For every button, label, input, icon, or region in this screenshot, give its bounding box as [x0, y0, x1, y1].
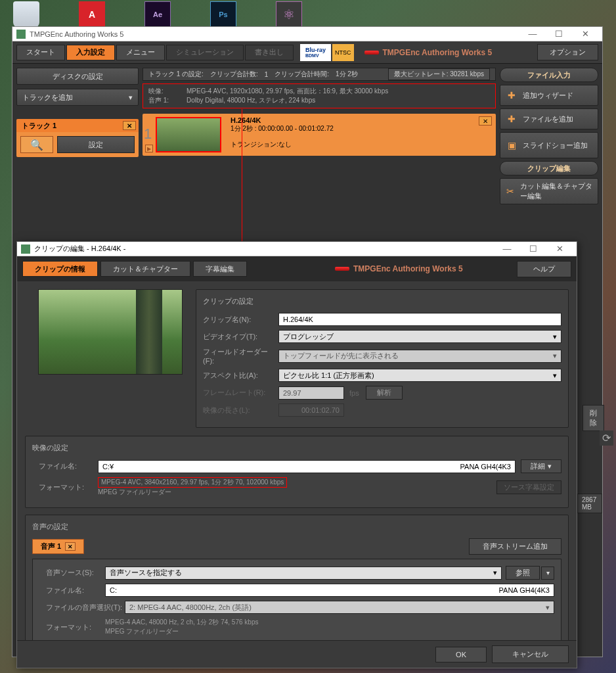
ok-button[interactable]: OK — [435, 647, 487, 662]
tab-subtitle[interactable]: 字幕編集 — [193, 261, 247, 277]
clip-edit-dialog: クリップの編集 - H.264/4K - — ☐ ✕ クリップの情報 カット＆チ… — [16, 241, 577, 668]
memory-indicator: 2867 MB — [577, 494, 602, 513]
frame-rate-field: 29.97 — [278, 386, 344, 400]
audio-stream-select: 2: MPEG-4 AAC, 48000Hz, 2ch (英語)▾ — [125, 601, 554, 614]
clip-item[interactable]: 1 ▶ H.264/4K 1分 2秒 : 00:00:00.00 - 00:01… — [143, 114, 496, 156]
clip-edit-header: クリップ編集 — [500, 161, 598, 175]
dialog-title-bar: クリップの編集 - H.264/4K - — ☐ ✕ — [17, 242, 577, 256]
delete-button[interactable]: 削除 — [583, 405, 604, 431]
track-search-button[interactable]: 🔍 — [20, 136, 53, 153]
analyze-button[interactable]: 解析 — [366, 386, 403, 400]
chevron-down-icon: ▾ — [553, 333, 557, 341]
photoshop-icon[interactable]: Ps — [210, 1, 236, 28]
play-button[interactable]: ▶ — [145, 145, 153, 152]
refresh-icon[interactable]: ⟳ — [600, 430, 613, 446]
scissors-icon: ✂ — [506, 186, 515, 197]
after-effects-icon[interactable]: Ae — [144, 1, 171, 28]
nav-simulation: シミュレーション — [166, 45, 244, 60]
audio-tab-close[interactable]: ✕ — [65, 542, 76, 551]
track-close-button[interactable]: ✕ — [123, 121, 136, 130]
desktop-icons: A Ae Ps ⚛ — [13, 1, 302, 28]
video-settings-group: 映像の設定 ファイル名: C:¥PANA GH4(4K3 詳細▾ フォーマット:… — [25, 436, 569, 508]
field-order-select: トップフィールドが先に表示される▾ — [278, 350, 561, 363]
tab-cut-chapter[interactable]: カット＆チャプター — [100, 261, 190, 277]
video-format-highlight: MPEG-4 AVC, 3840x2160, 29.97 fps, 1分 2秒 … — [98, 477, 287, 488]
add-wizard-button[interactable]: ✚追加ウィザード — [500, 85, 598, 106]
bluray-badge: Blu-ray BDMV — [300, 44, 331, 61]
app-icon[interactable]: ⚛ — [276, 1, 302, 28]
led-icon — [335, 267, 349, 271]
browse-button[interactable]: 参照 — [506, 566, 540, 580]
cancel-button[interactable]: キャンセル — [492, 645, 569, 663]
led-icon — [364, 51, 379, 55]
file-input-header: ファイル入力 — [500, 68, 598, 82]
video-detail-button[interactable]: 詳細▾ — [521, 459, 561, 473]
add-file-button[interactable]: ✚ファイルを追加 — [500, 108, 598, 129]
image-icon: ▣ — [506, 140, 517, 151]
preview-thumbnail — [38, 289, 183, 375]
dialog-close[interactable]: ✕ — [546, 243, 573, 256]
add-track-button[interactable]: トラックを追加▾ — [16, 89, 139, 106]
track-header[interactable]: トラック 1 ✕ — [16, 119, 139, 132]
disk-settings-button[interactable]: ディスクの設定 — [16, 68, 139, 85]
tab-clip-info[interactable]: クリップの情報 — [22, 261, 98, 277]
minimize-button[interactable]: — — [519, 28, 546, 41]
dialog-tabs: クリップの情報 カット＆チャプター 字幕編集 TMPGEnc Authoring… — [17, 256, 577, 281]
chevron-down-icon: ▾ — [553, 352, 557, 360]
source-subtitle-button: ソース字幕設定 — [496, 480, 561, 494]
add-slideshow-button[interactable]: ▣スライドショー追加 — [500, 132, 598, 158]
track-settings-button[interactable]: 設定 — [57, 136, 135, 153]
nav-menu[interactable]: メニュー — [116, 45, 165, 60]
option-button[interactable]: オプション — [537, 44, 598, 60]
chevron-down-icon: ▾ — [546, 603, 550, 612]
dialog-footer: OK キャンセル — [17, 640, 577, 668]
ntsc-badge: NTSC — [332, 44, 354, 61]
help-button[interactable]: ヘルプ — [517, 261, 571, 277]
video-type-select[interactable]: プログレッシブ▾ — [278, 330, 561, 343]
recycle-bin-icon[interactable] — [13, 1, 39, 28]
main-title-bar: TMPGEnc Authoring Works 5 — ☐ ✕ — [12, 27, 602, 41]
clip-details: H.264/4K 1分 2秒 : 00:00:00.00 - 00:01:02.… — [225, 114, 496, 156]
audio-settings-group: 音声の設定 音声 1 ✕ 音声ストリーム追加 音声ソース(S): 音声ソースを指… — [25, 515, 569, 640]
audio-tab-1[interactable]: 音声 1 ✕ — [32, 539, 84, 554]
add-audio-stream-button[interactable]: 音声ストリーム追加 — [469, 538, 561, 555]
search-icon: 🔍 — [30, 139, 43, 151]
track-info-bar: トラック 1 の設定: クリップ合計数: 1 クリップ合計時間: 1分 2秒 最… — [143, 68, 496, 81]
dialog-brand: TMPGEnc Authoring Works 5 — [335, 264, 463, 273]
chevron-down-icon: ▾ — [493, 569, 497, 577]
audio-source-select[interactable]: 音声ソースを指定する▾ — [105, 567, 502, 580]
close-button[interactable]: ✕ — [572, 28, 598, 41]
aspect-ratio-select[interactable]: ピクセル比 1:1 (正方形画素)▾ — [278, 369, 561, 382]
nav-input-settings[interactable]: 入力設定 — [66, 45, 115, 60]
nav-start[interactable]: スタート — [16, 45, 65, 60]
main-window-title: TMPGEnc Authoring Works 5 — [30, 30, 123, 38]
app-icon — [21, 244, 30, 254]
dialog-minimize[interactable]: — — [494, 243, 520, 256]
app-icon — [16, 30, 26, 39]
clip-number: 1 — [144, 126, 152, 143]
adobe-icon[interactable]: A — [79, 1, 105, 28]
brand-badge: TMPGEnc Authoring Works 5 — [364, 48, 493, 57]
cut-edit-button[interactable]: ✂カット編集＆チャプター編集 — [500, 178, 598, 204]
plus-icon: ✚ — [506, 90, 517, 101]
media-info-box: 映像: MPEG-4 AVC, 1920x1080, 29.97 fps, 画面… — [143, 83, 496, 108]
chevron-down-icon: ▾ — [548, 462, 552, 471]
dialog-maximize[interactable]: ☐ — [520, 243, 546, 256]
video-file-path[interactable]: C:¥PANA GH4(4K3 — [98, 460, 516, 473]
top-navigation: スタート 入力設定 メニュー シミュレーション 書き出し Blu-ray BDM… — [12, 41, 602, 64]
browse-dropdown[interactable]: ▾ — [541, 567, 554, 580]
clip-thumbnail[interactable]: ▶ — [156, 117, 221, 152]
chevron-down-icon: ▾ — [553, 371, 557, 380]
maximize-button[interactable]: ☐ — [546, 28, 572, 41]
audio-file-path[interactable]: C:PANA GH4(4K3 — [105, 584, 554, 597]
chevron-down-icon: ▾ — [129, 93, 133, 102]
clip-close-button[interactable]: ✕ — [479, 116, 492, 126]
duration-field: 00:01:02.70 — [278, 404, 344, 417]
file-icon: ✚ — [506, 114, 517, 124]
clip-name-input[interactable] — [278, 313, 561, 326]
nav-export: 書き出し — [245, 45, 294, 60]
clip-settings-group: クリップの設定 クリップ名(N): ビデオタイプ(T): プログレッシブ▾ フィ… — [196, 289, 569, 428]
